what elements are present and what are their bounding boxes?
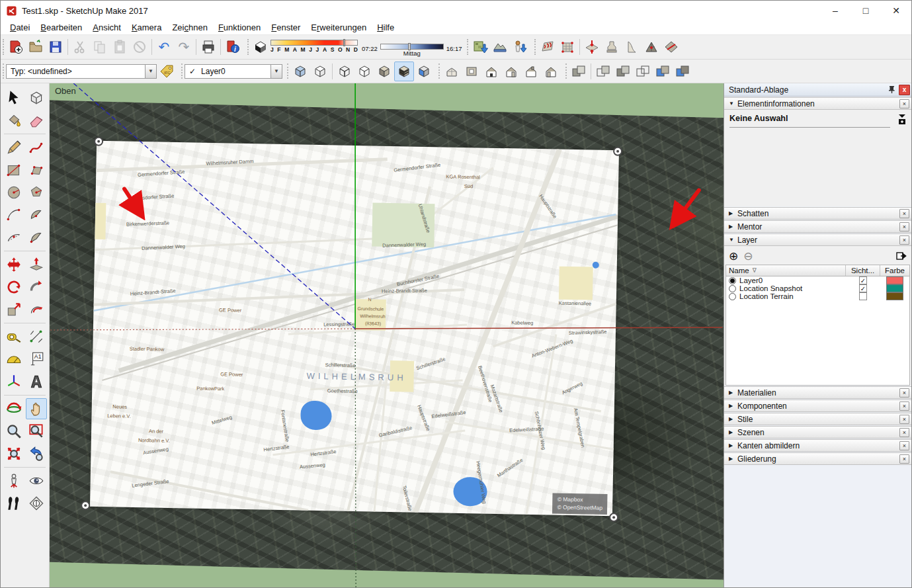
classifier-combo[interactable]: Typ: <undefined>▼ (6, 64, 157, 79)
walk-tool[interactable] (3, 493, 24, 514)
section-header-materials[interactable]: ▶ Materialien × (724, 386, 911, 399)
undo-button[interactable]: ↶ (154, 37, 174, 57)
section-header-instructor[interactable]: ▶ Mentor × (724, 220, 911, 233)
pie-tool[interactable] (26, 204, 47, 226)
month-slider-handle[interactable] (343, 39, 345, 46)
make-component-tool[interactable] (26, 87, 47, 108)
layer-row[interactable]: Layer0✓ (726, 276, 909, 284)
offset-tool[interactable] (26, 299, 47, 320)
section-close-button[interactable]: × (899, 401, 909, 411)
orbit-tool[interactable] (3, 398, 24, 419)
view-front-button[interactable] (481, 62, 501, 81)
display-section-cuts-button[interactable] (613, 62, 633, 81)
view-top-button[interactable] (462, 62, 481, 81)
viewport-3d[interactable]: Wilhelmsruher DammGermendorfer StraßeGer… (50, 83, 724, 587)
menu-fenster[interactable]: Fenster (266, 21, 306, 34)
cut-button[interactable] (70, 37, 90, 57)
print-button[interactable] (198, 37, 218, 57)
style-xray-button[interactable] (290, 62, 310, 81)
layer-visible-checkbox[interactable]: ✓ (859, 284, 867, 292)
view-right-button[interactable] (501, 62, 521, 81)
style-monochrome-button[interactable] (414, 62, 434, 81)
three-point-arc-tool[interactable] (3, 227, 24, 248)
maximize-button[interactable]: □ (850, 1, 881, 21)
rotate-tool[interactable] (3, 276, 24, 298)
add-location-button[interactable] (470, 37, 490, 57)
section-close-button[interactable]: × (899, 222, 909, 231)
style-back-edges-button[interactable] (310, 62, 330, 81)
text-tool[interactable]: A1 (26, 349, 47, 370)
menu-datei[interactable]: Datei (5, 21, 35, 34)
paste-button[interactable] (110, 37, 130, 57)
section-plane-button[interactable] (569, 62, 589, 81)
menu-hilfe[interactable]: Hilfe (372, 21, 399, 34)
delete-button[interactable] (130, 37, 149, 57)
section-close-button[interactable]: × (899, 99, 909, 108)
display-section-fill-button[interactable] (633, 62, 653, 81)
view-left-button[interactable] (541, 62, 561, 81)
layer-color-swatch[interactable] (886, 284, 903, 292)
style-hidden-line-button[interactable] (354, 62, 374, 81)
display-section-planes-button[interactable] (593, 62, 613, 81)
section-header-soften-edges[interactable]: ▶ Kanten abmildern × (724, 439, 911, 452)
add-detail-button[interactable] (642, 37, 661, 57)
menu-erweiterungen[interactable]: Erweiterungen (306, 21, 372, 34)
layer-color-swatch[interactable] (886, 292, 903, 300)
eraser-tool[interactable] (26, 110, 47, 131)
shadow-month-slider[interactable]: JFMAMJJASOND (270, 40, 358, 53)
close-button[interactable]: ✕ (881, 1, 911, 21)
style-shaded-button[interactable] (374, 62, 394, 81)
menu-ansicht[interactable]: Ansicht (87, 21, 126, 34)
menu-bearbeiten[interactable]: Bearbeiten (35, 21, 87, 34)
shadow-toggle-button[interactable] (251, 37, 270, 57)
arc-tool[interactable] (26, 227, 47, 248)
zoom-tool[interactable] (3, 421, 24, 442)
toggle-terrain-button[interactable] (490, 37, 510, 57)
new-button[interactable] (6, 37, 26, 57)
view-back-button[interactable] (521, 62, 541, 81)
layer-color-swatch[interactable] (886, 276, 903, 284)
menu-funktionen[interactable]: Funktionen (213, 21, 266, 34)
pan-tool[interactable] (26, 398, 47, 419)
section-header-layers[interactable]: ▼ Layer × (724, 233, 911, 246)
move-tool[interactable] (3, 254, 24, 275)
section-header-scenes[interactable]: ▶ Szenen × (724, 426, 911, 439)
section-close-button[interactable]: × (899, 388, 909, 398)
polygon-tool[interactable] (26, 182, 47, 203)
menu-kamera[interactable]: Kamera (126, 21, 167, 34)
view-iso-button[interactable] (442, 62, 462, 81)
dropdown-arrow-icon[interactable]: ▼ (270, 65, 282, 78)
style-wireframe-button[interactable] (335, 62, 354, 81)
3d-text-tool[interactable] (26, 371, 47, 392)
section-active-1-button[interactable] (653, 62, 673, 81)
section-close-button[interactable]: × (899, 441, 909, 450)
month-gradient-bar[interactable] (270, 40, 358, 46)
time-gradient-bar[interactable] (380, 44, 444, 50)
section-header-components[interactable]: ▶ Komponenten × (724, 399, 911, 412)
scale-tool[interactable] (3, 299, 24, 320)
add-layer-button[interactable]: ⊕ (729, 249, 738, 263)
sandbox-from-contours-button[interactable] (558, 37, 577, 57)
redo-button[interactable]: ↷ (174, 37, 194, 57)
section-close-button[interactable]: × (899, 415, 909, 424)
section-close-button[interactable]: × (899, 454, 909, 464)
look-around-tool[interactable] (26, 470, 47, 491)
current-layer-radio[interactable] (729, 285, 736, 292)
open-button[interactable] (26, 37, 46, 57)
layers-table-header[interactable]: Name∇ Sicht... Farbe (726, 265, 909, 276)
entity-details-toggle-icon[interactable] (897, 113, 907, 125)
section-close-button[interactable]: × (899, 209, 909, 218)
zoom-previous-tool[interactable] (26, 443, 47, 464)
smoove-button[interactable] (582, 37, 602, 57)
classifier-tag-button[interactable]: IFC (157, 62, 177, 81)
protractor-tool[interactable] (3, 349, 24, 370)
section-header-outliner[interactable]: ▶ Gliederung × (724, 452, 911, 465)
current-layer-radio[interactable] (729, 277, 736, 284)
save-button[interactable] (46, 37, 65, 57)
drape-button[interactable] (622, 37, 642, 57)
line-tool[interactable] (3, 137, 24, 158)
layer-row[interactable]: Location Snapshot✓ (726, 284, 909, 292)
style-shaded-textures-button[interactable] (394, 62, 414, 81)
dropdown-arrow-icon[interactable]: ▼ (145, 65, 156, 78)
tape-measure-tool[interactable] (3, 326, 24, 347)
